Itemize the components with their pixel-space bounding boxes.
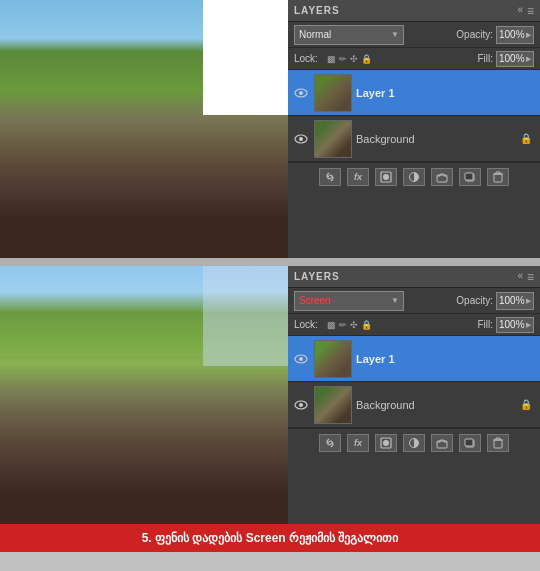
top-new-layer-button[interactable] bbox=[459, 168, 481, 186]
top-lock-row: Lock: ▩ ✏ ✣ 🔒 Fill: 100% ▶ bbox=[288, 48, 540, 70]
top-lock-transparent-icon[interactable]: ▩ bbox=[327, 54, 336, 64]
top-fill-value[interactable]: 100% ▶ bbox=[496, 51, 534, 67]
top-blend-chevron: ▼ bbox=[391, 30, 399, 39]
svg-point-18 bbox=[299, 403, 303, 407]
bottom-opacity-chevron: ▶ bbox=[526, 297, 531, 305]
top-layer2-thumb bbox=[314, 120, 352, 158]
top-canvas-image bbox=[0, 0, 288, 258]
bottom-menu-icon[interactable]: ≡ bbox=[527, 270, 534, 284]
bottom-lock-position-icon[interactable]: ✣ bbox=[350, 320, 358, 330]
bottom-blend-select[interactable]: Screen ▼ bbox=[294, 291, 404, 311]
top-fill-chevron: ▶ bbox=[526, 55, 531, 63]
svg-point-5 bbox=[383, 174, 389, 180]
top-lock-label: Lock: bbox=[294, 53, 318, 64]
bottom-layers-title: LAYERS bbox=[294, 271, 340, 282]
top-layer2-lock: 🔒 bbox=[520, 133, 532, 144]
top-canvas-area bbox=[0, 0, 288, 258]
bottom-new-layer-button[interactable] bbox=[459, 434, 481, 452]
svg-rect-25 bbox=[494, 440, 502, 448]
bottom-fill-section: Fill: 100% ▶ bbox=[477, 317, 534, 333]
bottom-layer1-eye[interactable] bbox=[292, 350, 310, 368]
bottom-layer1-thumb bbox=[314, 340, 352, 378]
bottom-layer2-row[interactable]: Background 🔒 bbox=[288, 382, 540, 428]
top-fill-section: Fill: 100% ▶ bbox=[477, 51, 534, 67]
bottom-opacity-label: Opacity: bbox=[456, 295, 493, 306]
top-group-button[interactable] bbox=[431, 168, 453, 186]
svg-rect-9 bbox=[465, 173, 473, 180]
bottom-opacity-value[interactable]: 100% ▶ bbox=[496, 292, 534, 310]
top-lock-position-icon[interactable]: ✣ bbox=[350, 54, 358, 64]
top-lock-pixels-icon[interactable]: ✏ bbox=[339, 54, 347, 64]
svg-point-3 bbox=[299, 137, 303, 141]
top-layer2-eye[interactable] bbox=[292, 130, 310, 148]
top-layer1-eye[interactable] bbox=[292, 84, 310, 102]
top-layer1-thumb bbox=[314, 74, 352, 112]
bottom-link-button[interactable] bbox=[319, 434, 341, 452]
bottom-lock-pixels-icon[interactable]: ✏ bbox=[339, 320, 347, 330]
top-fill-label: Fill: bbox=[477, 53, 493, 64]
top-layers-controls: « ≡ bbox=[517, 4, 534, 18]
top-layer2-row[interactable]: Background 🔒 bbox=[288, 116, 540, 162]
top-opacity-label: Opacity: bbox=[456, 29, 493, 40]
bottom-fill-chevron: ▶ bbox=[526, 321, 531, 329]
bottom-white-overlay bbox=[203, 266, 288, 366]
top-blend-mode-value: Normal bbox=[299, 29, 331, 40]
bottom-layer2-thumb bbox=[314, 386, 352, 424]
bottom-mask-button[interactable] bbox=[375, 434, 397, 452]
top-mask-button[interactable] bbox=[375, 168, 397, 186]
top-layer1-name: Layer 1 bbox=[356, 87, 395, 99]
bottom-adj-button[interactable] bbox=[403, 434, 425, 452]
bottom-fx-button[interactable]: fx bbox=[347, 434, 369, 452]
top-fx-button[interactable]: fx bbox=[347, 168, 369, 186]
top-layers-titlebar: LAYERS « ≡ bbox=[288, 0, 540, 22]
top-opacity-chevron: ▶ bbox=[526, 31, 531, 39]
bottom-layer1-row[interactable]: Layer 1 bbox=[288, 336, 540, 382]
bottom-canvas-image bbox=[0, 266, 288, 524]
bottom-fill-label: Fill: bbox=[477, 319, 493, 330]
top-lock-all-icon[interactable]: 🔒 bbox=[361, 54, 372, 64]
bottom-label-text: 5. ფენის დადების Screen რეჟიმის შეგალითი bbox=[142, 531, 399, 545]
bottom-label: 5. ფენის დადების Screen რეჟიმის შეგალითი bbox=[0, 524, 540, 552]
top-delete-button[interactable] bbox=[487, 168, 509, 186]
bottom-lock-row: Lock: ▩ ✏ ✣ 🔒 Fill: 100% ▶ bbox=[288, 314, 540, 336]
bottom-layer1-name: Layer 1 bbox=[356, 353, 395, 365]
bottom-lock-label: Lock: bbox=[294, 319, 318, 330]
svg-point-20 bbox=[383, 440, 389, 446]
bottom-blend-chevron: ▼ bbox=[391, 296, 399, 305]
bottom-blend-mode-value: Screen bbox=[299, 295, 331, 306]
top-panel: LAYERS « ≡ Normal ▼ Opacity: 100% bbox=[0, 0, 540, 258]
top-blend-select[interactable]: Normal ▼ bbox=[294, 25, 404, 45]
panel-separator bbox=[0, 258, 540, 266]
svg-point-16 bbox=[299, 357, 303, 361]
bottom-layers-body: Screen ▼ Opacity: 100% ▶ Lock: bbox=[288, 288, 540, 524]
bottom-lock-all-icon[interactable]: 🔒 bbox=[361, 320, 372, 330]
top-white-overlay bbox=[203, 0, 288, 115]
bottom-lock-icons: ▩ ✏ ✣ 🔒 bbox=[327, 320, 372, 330]
top-opacity-value[interactable]: 100% ▶ bbox=[496, 26, 534, 44]
top-adj-button[interactable] bbox=[403, 168, 425, 186]
top-layers-title: LAYERS bbox=[294, 5, 340, 16]
bottom-collapse-icon[interactable]: « bbox=[517, 270, 523, 284]
bottom-layers-panel: LAYERS « ≡ Screen ▼ Opacity: 100% bbox=[288, 266, 540, 524]
bottom-panel: LAYERS « ≡ Screen ▼ Opacity: 100% bbox=[0, 266, 540, 524]
svg-rect-10 bbox=[494, 174, 502, 182]
top-link-button[interactable] bbox=[319, 168, 341, 186]
bottom-layer2-lock: 🔒 bbox=[520, 399, 532, 410]
bottom-group-button[interactable] bbox=[431, 434, 453, 452]
top-layer1-row[interactable]: Layer 1 bbox=[288, 70, 540, 116]
bottom-lock-transparent-icon[interactable]: ▩ bbox=[327, 320, 336, 330]
svg-point-1 bbox=[299, 91, 303, 95]
bottom-layer2-eye[interactable] bbox=[292, 396, 310, 414]
top-layers-footer: fx bbox=[288, 162, 540, 190]
top-collapse-icon[interactable]: « bbox=[517, 4, 523, 18]
bottom-delete-button[interactable] bbox=[487, 434, 509, 452]
top-layer2-name: Background bbox=[356, 133, 415, 145]
top-blend-row: Normal ▼ Opacity: 100% ▶ bbox=[288, 22, 540, 48]
bottom-layers-titlebar: LAYERS « ≡ bbox=[288, 266, 540, 288]
top-layers-body: Normal ▼ Opacity: 100% ▶ Lock: bbox=[288, 22, 540, 258]
top-menu-icon[interactable]: ≡ bbox=[527, 4, 534, 18]
top-opacity-section: Opacity: 100% ▶ bbox=[456, 26, 534, 44]
bottom-opacity-section: Opacity: 100% ▶ bbox=[456, 292, 534, 310]
bottom-fill-value[interactable]: 100% ▶ bbox=[496, 317, 534, 333]
bottom-canvas-area bbox=[0, 266, 288, 524]
